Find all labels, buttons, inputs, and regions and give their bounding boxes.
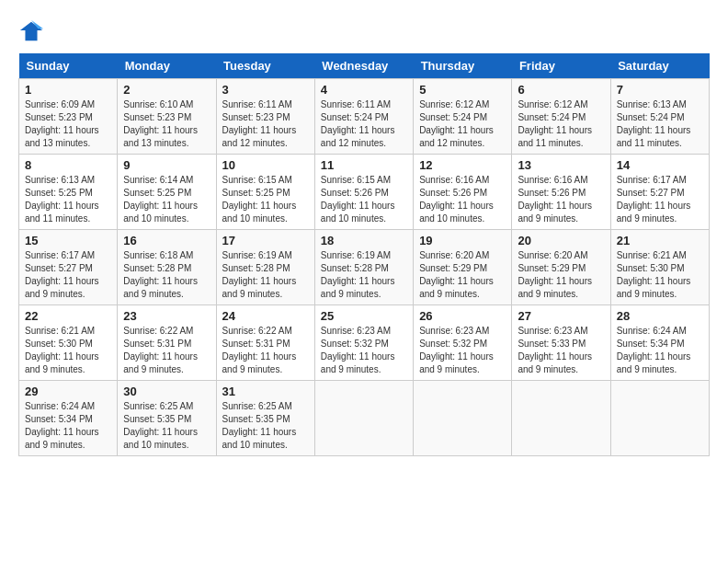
day-number: 30: [123, 385, 210, 398]
logo: [18, 18, 48, 44]
day-number: 17: [222, 234, 309, 247]
day-header-tuesday: Tuesday: [216, 53, 314, 79]
empty-cell: [314, 381, 413, 456]
day-cell-10: 10Sunrise: 6:15 AM Sunset: 5:25 PM Dayli…: [216, 155, 314, 230]
empty-cell: [414, 381, 512, 456]
day-cell-17: 17Sunrise: 6:19 AM Sunset: 5:28 PM Dayli…: [216, 230, 314, 305]
day-number: 19: [419, 234, 506, 247]
day-cell-21: 21Sunrise: 6:21 AM Sunset: 5:30 PM Dayli…: [610, 230, 709, 305]
calendar-table: SundayMondayTuesdayWednesdayThursdayFrid…: [18, 53, 710, 456]
day-number: 26: [419, 309, 506, 323]
day-header-monday: Monday: [118, 53, 216, 79]
day-number: 24: [222, 309, 309, 323]
day-info: Sunrise: 6:22 AM Sunset: 5:31 PM Dayligh…: [123, 325, 210, 376]
day-header-friday: Friday: [512, 53, 610, 79]
day-number: 29: [25, 385, 111, 398]
day-number: 31: [222, 385, 309, 398]
day-number: 16: [123, 234, 210, 247]
day-cell-6: 6Sunrise: 6:12 AM Sunset: 5:24 PM Daylig…: [512, 79, 610, 155]
day-number: 8: [25, 158, 111, 172]
empty-cell: [512, 381, 610, 456]
day-number: 10: [222, 158, 309, 172]
calendar-week-4: 22Sunrise: 6:21 AM Sunset: 5:30 PM Dayli…: [19, 305, 710, 381]
day-info: Sunrise: 6:15 AM Sunset: 5:26 PM Dayligh…: [321, 174, 407, 225]
day-cell-1: 1Sunrise: 6:09 AM Sunset: 5:23 PM Daylig…: [19, 79, 118, 155]
day-cell-26: 26Sunrise: 6:23 AM Sunset: 5:32 PM Dayli…: [414, 305, 512, 381]
day-cell-11: 11Sunrise: 6:15 AM Sunset: 5:26 PM Dayli…: [314, 155, 413, 230]
day-info: Sunrise: 6:21 AM Sunset: 5:30 PM Dayligh…: [25, 325, 111, 376]
day-cell-19: 19Sunrise: 6:20 AM Sunset: 5:29 PM Dayli…: [414, 230, 512, 305]
day-info: Sunrise: 6:23 AM Sunset: 5:32 PM Dayligh…: [321, 325, 407, 376]
day-info: Sunrise: 6:12 AM Sunset: 5:24 PM Dayligh…: [419, 98, 506, 150]
calendar-week-3: 15Sunrise: 6:17 AM Sunset: 5:27 PM Dayli…: [19, 230, 710, 305]
day-number: 4: [321, 83, 407, 97]
day-number: 11: [321, 158, 407, 172]
day-info: Sunrise: 6:24 AM Sunset: 5:34 PM Dayligh…: [25, 400, 111, 452]
svg-marker-0: [20, 22, 42, 41]
day-info: Sunrise: 6:17 AM Sunset: 5:27 PM Dayligh…: [25, 249, 111, 301]
day-cell-28: 28Sunrise: 6:24 AM Sunset: 5:34 PM Dayli…: [610, 305, 709, 381]
day-number: 7: [617, 83, 703, 97]
day-cell-12: 12Sunrise: 6:16 AM Sunset: 5:26 PM Dayli…: [414, 155, 512, 230]
day-info: Sunrise: 6:16 AM Sunset: 5:26 PM Dayligh…: [518, 174, 604, 225]
day-number: 27: [518, 309, 604, 323]
day-cell-23: 23Sunrise: 6:22 AM Sunset: 5:31 PM Dayli…: [118, 305, 216, 381]
day-number: 28: [617, 309, 703, 323]
day-cell-3: 3Sunrise: 6:11 AM Sunset: 5:23 PM Daylig…: [216, 79, 314, 155]
day-number: 23: [123, 309, 210, 323]
day-number: 22: [25, 309, 111, 323]
day-cell-27: 27Sunrise: 6:23 AM Sunset: 5:33 PM Dayli…: [512, 305, 610, 381]
day-info: Sunrise: 6:19 AM Sunset: 5:28 PM Dayligh…: [222, 249, 309, 301]
day-cell-20: 20Sunrise: 6:20 AM Sunset: 5:29 PM Dayli…: [512, 230, 610, 305]
day-header-thursday: Thursday: [414, 53, 512, 79]
day-number: 9: [123, 158, 210, 172]
day-cell-7: 7Sunrise: 6:13 AM Sunset: 5:24 PM Daylig…: [610, 79, 709, 155]
day-info: Sunrise: 6:16 AM Sunset: 5:26 PM Dayligh…: [419, 174, 506, 225]
logo-bird-icon: [18, 18, 44, 44]
day-number: 21: [617, 234, 703, 247]
empty-cell: [610, 381, 709, 456]
day-info: Sunrise: 6:21 AM Sunset: 5:30 PM Dayligh…: [617, 249, 703, 301]
day-info: Sunrise: 6:19 AM Sunset: 5:28 PM Dayligh…: [321, 249, 407, 301]
day-cell-24: 24Sunrise: 6:22 AM Sunset: 5:31 PM Dayli…: [216, 305, 314, 381]
day-info: Sunrise: 6:11 AM Sunset: 5:23 PM Dayligh…: [222, 98, 309, 150]
day-number: 6: [518, 83, 604, 97]
day-info: Sunrise: 6:22 AM Sunset: 5:31 PM Dayligh…: [222, 325, 309, 376]
day-cell-8: 8Sunrise: 6:13 AM Sunset: 5:25 PM Daylig…: [19, 155, 118, 230]
day-number: 14: [617, 158, 703, 172]
day-number: 15: [25, 234, 111, 247]
day-cell-5: 5Sunrise: 6:12 AM Sunset: 5:24 PM Daylig…: [414, 79, 512, 155]
day-number: 20: [518, 234, 604, 247]
day-cell-29: 29Sunrise: 6:24 AM Sunset: 5:34 PM Dayli…: [19, 381, 118, 456]
day-info: Sunrise: 6:18 AM Sunset: 5:28 PM Dayligh…: [123, 249, 210, 301]
day-number: 3: [222, 83, 309, 97]
day-cell-30: 30Sunrise: 6:25 AM Sunset: 5:35 PM Dayli…: [118, 381, 216, 456]
day-info: Sunrise: 6:20 AM Sunset: 5:29 PM Dayligh…: [518, 249, 604, 301]
day-info: Sunrise: 6:17 AM Sunset: 5:27 PM Dayligh…: [617, 174, 703, 225]
day-info: Sunrise: 6:13 AM Sunset: 5:25 PM Dayligh…: [25, 174, 111, 225]
page-header: [18, 18, 710, 44]
calendar-week-5: 29Sunrise: 6:24 AM Sunset: 5:34 PM Dayli…: [19, 381, 710, 456]
day-cell-14: 14Sunrise: 6:17 AM Sunset: 5:27 PM Dayli…: [610, 155, 709, 230]
day-info: Sunrise: 6:09 AM Sunset: 5:23 PM Dayligh…: [25, 98, 111, 150]
day-number: 13: [518, 158, 604, 172]
day-info: Sunrise: 6:23 AM Sunset: 5:33 PM Dayligh…: [518, 325, 604, 376]
day-info: Sunrise: 6:12 AM Sunset: 5:24 PM Dayligh…: [518, 98, 604, 150]
day-cell-4: 4Sunrise: 6:11 AM Sunset: 5:24 PM Daylig…: [314, 79, 413, 155]
day-cell-9: 9Sunrise: 6:14 AM Sunset: 5:25 PM Daylig…: [118, 155, 216, 230]
day-info: Sunrise: 6:13 AM Sunset: 5:24 PM Dayligh…: [617, 98, 703, 150]
day-info: Sunrise: 6:14 AM Sunset: 5:25 PM Dayligh…: [123, 174, 210, 225]
day-number: 2: [123, 83, 210, 97]
day-info: Sunrise: 6:25 AM Sunset: 5:35 PM Dayligh…: [123, 400, 210, 452]
day-number: 12: [419, 158, 506, 172]
day-info: Sunrise: 6:25 AM Sunset: 5:35 PM Dayligh…: [222, 400, 309, 452]
day-info: Sunrise: 6:11 AM Sunset: 5:24 PM Dayligh…: [321, 98, 407, 150]
day-info: Sunrise: 6:10 AM Sunset: 5:23 PM Dayligh…: [123, 98, 210, 150]
day-cell-22: 22Sunrise: 6:21 AM Sunset: 5:30 PM Dayli…: [19, 305, 118, 381]
calendar-week-1: 1Sunrise: 6:09 AM Sunset: 5:23 PM Daylig…: [19, 79, 710, 155]
day-info: Sunrise: 6:23 AM Sunset: 5:32 PM Dayligh…: [419, 325, 506, 376]
day-info: Sunrise: 6:24 AM Sunset: 5:34 PM Dayligh…: [617, 325, 703, 376]
day-cell-18: 18Sunrise: 6:19 AM Sunset: 5:28 PM Dayli…: [314, 230, 413, 305]
day-number: 25: [321, 309, 407, 323]
day-header-wednesday: Wednesday: [314, 53, 413, 79]
